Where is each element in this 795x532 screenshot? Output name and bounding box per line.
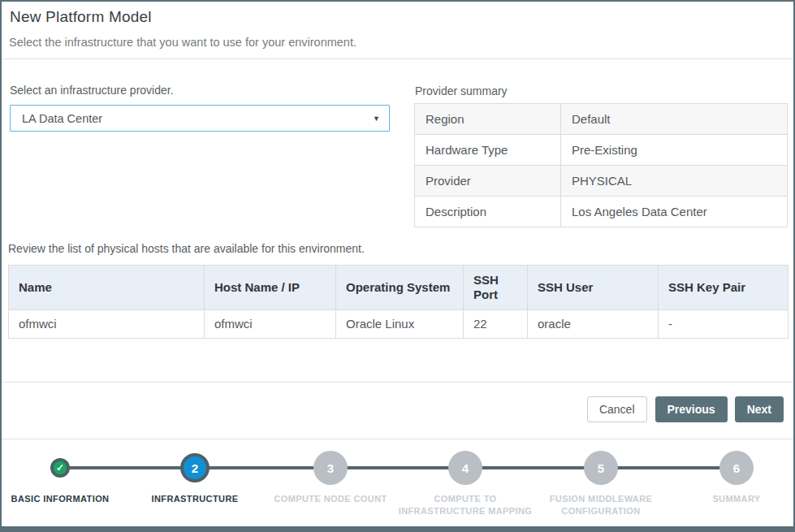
footer-actions: Cancel Previous Next [587, 396, 784, 422]
table-row: ofmwci ofmwci Oracle Linux 22 oracle - [9, 310, 789, 339]
infrastructure-provider-select[interactable]: LA Data Center ▼ [10, 105, 390, 132]
previous-button[interactable]: Previous [655, 396, 728, 422]
window-bottom-edge [2, 526, 793, 530]
caret-down-icon: ▼ [373, 115, 380, 123]
step-number-badge: 5 [584, 451, 618, 485]
summary-value: Los Angeles Data Center [561, 197, 788, 227]
wizard-step-compute-node-count[interactable]: 3 COMPUTE NODE COUNT [257, 439, 404, 505]
host-name-cell: ofmwci [9, 310, 205, 339]
provider-summary-table: Region Default Hardware Type Pre-Existin… [414, 103, 788, 227]
summary-label: Provider [415, 166, 561, 197]
summary-row-hardware-type: Hardware Type Pre-Existing [415, 135, 788, 166]
column-header-ssh-user: SSH User [528, 266, 659, 310]
header-divider [2, 58, 793, 59]
step-label: COMPUTE NODE COUNT [257, 493, 404, 505]
host-ssh-user-cell: oracle [528, 310, 659, 339]
hosts-intro-text: Review the list of physical hosts that a… [8, 242, 365, 255]
wizard-step-fusion-middleware-configuration[interactable]: 5 FUSION MIDDLEWARE CONFIGURATION [528, 439, 674, 517]
page-subtitle: Select the infrastructure that you want … [9, 36, 356, 49]
summary-value: Pre-Existing [561, 135, 788, 166]
step-label: SUMMARY [663, 493, 795, 505]
wizard-step-basic-information[interactable]: ✓ BASIC INFORMATION [0, 439, 133, 505]
step-number-badge: 6 [719, 451, 754, 485]
host-os-cell: Oracle Linux [336, 310, 464, 339]
page-title: New Platform Model [10, 8, 152, 26]
column-header-ssh-port: SSH Port [464, 266, 528, 310]
physical-hosts-table: Name Host Name / IP Operating System SSH… [8, 265, 789, 339]
wizard-step-infrastructure[interactable]: 2 INFRASTRUCTURE [122, 439, 268, 505]
step-label: BASIC INFORMATION [0, 493, 133, 505]
summary-row-region: Region Default [415, 104, 788, 135]
infrastructure-provider-label: Select an infrastructure provider. [10, 84, 174, 97]
step-number-badge: 2 [180, 453, 210, 482]
step-number-badge: 3 [313, 451, 348, 485]
wizard-step-bar: ✓ BASIC INFORMATION 2 INFRASTRUCTURE 3 C… [2, 439, 793, 524]
wizard-step-compute-to-infrastructure-mapping[interactable]: 4 COMPUTE TO INFRASTRUCTURE MAPPING [392, 439, 538, 517]
summary-label: Region [415, 104, 561, 135]
new-platform-model-dialog: New Platform Model Select the infrastruc… [0, 0, 795, 532]
summary-label: Description [415, 197, 561, 227]
step-label: INFRASTRUCTURE [122, 493, 268, 505]
column-header-operating-system: Operating System [336, 266, 464, 310]
summary-label: Hardware Type [415, 135, 561, 166]
summary-value: PHYSICAL [561, 166, 788, 197]
summary-value: Default [561, 104, 788, 135]
cancel-button[interactable]: Cancel [587, 396, 647, 422]
infrastructure-provider-value: LA Data Center [22, 112, 373, 125]
host-ssh-port-cell: 22 [464, 310, 528, 339]
wizard-step-summary[interactable]: 6 SUMMARY [663, 439, 795, 505]
summary-row-provider: Provider PHYSICAL [415, 166, 788, 197]
step-label: FUSION MIDDLEWARE CONFIGURATION [528, 493, 674, 517]
host-ssh-key-pair-cell: - [659, 310, 789, 339]
column-header-hostname-ip: Host Name / IP [205, 266, 336, 310]
footer-divider-top [2, 382, 793, 383]
provider-summary-title: Provider summary [415, 84, 508, 97]
summary-row-description: Description Los Angeles Data Center [415, 197, 788, 227]
host-ip-cell: ofmwci [205, 310, 336, 339]
column-header-name: Name [9, 266, 205, 310]
step-label: COMPUTE TO INFRASTRUCTURE MAPPING [392, 493, 538, 517]
next-button[interactable]: Next [735, 396, 784, 422]
step-completed-check-icon: ✓ [50, 458, 70, 478]
column-header-ssh-key-pair: SSH Key Pair [659, 266, 789, 310]
step-number-badge: 4 [448, 451, 482, 485]
hosts-header-row: Name Host Name / IP Operating System SSH… [9, 266, 789, 310]
